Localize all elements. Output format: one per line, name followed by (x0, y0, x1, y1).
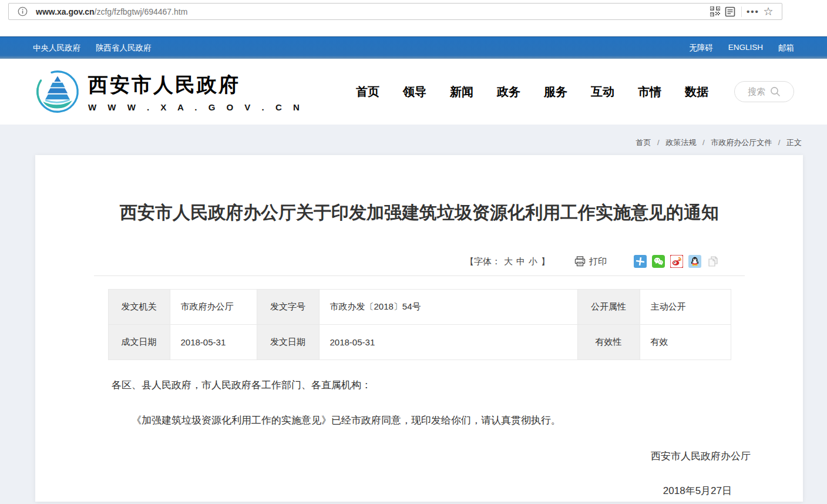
printer-icon (574, 256, 586, 267)
breadcrumb-policies[interactable]: 政策法规 (665, 138, 696, 147)
toolbar-separator (741, 6, 742, 17)
more-icon[interactable]: ••• (745, 4, 761, 19)
site-brand: 西安市人民政府 W W W . X A . G O V . C N (88, 72, 304, 112)
meta-value-publicity: 主动公开 (640, 290, 731, 325)
favorite-star-icon[interactable]: ☆ (761, 4, 776, 19)
site-title: 西安市人民政府 (88, 72, 304, 99)
article-signature: 西安市人民政府办公厅 (112, 449, 751, 463)
article-paragraph-main: 《加强建筑垃圾资源化利用工作的实施意见》已经市政府同意，现印发给你们，请认真贯彻… (112, 414, 727, 427)
meta-label-publicity: 公开属性 (577, 290, 640, 325)
document-meta-table: 发文机关 市政府办公厅 发文字号 市政办发〔2018〕54号 公开属性 主动公开… (108, 289, 731, 360)
qq-icon[interactable] (688, 255, 701, 268)
url-text[interactable]: www.xa.gov.cn/zcfg/fzfbgtwj/694467.htm (36, 7, 707, 16)
link-shaanxi-gov[interactable]: 陕西省人民政府 (96, 43, 152, 53)
site-header: 西安市人民政府 W W W . X A . G O V . C N 首页 领导 … (0, 59, 827, 125)
weibo-icon[interactable] (670, 255, 683, 268)
link-accessibility[interactable]: 无障碍 (689, 43, 713, 53)
print-label: 打印 (589, 256, 607, 267)
print-button[interactable]: 打印 (574, 256, 607, 267)
share-plus-icon[interactable] (634, 255, 647, 268)
breadcrumb-office-docs[interactable]: 市政府办公厅文件 (711, 138, 772, 147)
meta-value-written-date: 2018-05-31 (170, 325, 257, 360)
copy-link-icon[interactable] (707, 255, 720, 268)
reading-view-icon[interactable] (722, 4, 738, 19)
document-card: 西安市人民政府办公厅关于印发加强建筑垃圾资源化利用工作实施意见的通知 【字体： … (35, 155, 803, 502)
browser-chrome: www.xa.gov.cn/zcfg/fzfbgtwj/694467.htm •… (0, 0, 827, 36)
font-size-large-button[interactable]: 大 (504, 256, 513, 267)
meta-label-written-date: 成文日期 (108, 325, 170, 360)
search-box[interactable]: 搜索 (734, 81, 794, 102)
nav-city-info[interactable]: 市情 (638, 84, 661, 100)
page-area: 首页 / 政策法规 / 市政府办公厅文件 / 正文 西安市人民政府办公厅关于印发… (0, 125, 827, 504)
topbar-right-links: 无障碍 ENGLISH 邮箱 (689, 43, 794, 53)
meta-label-issuing-agency: 发文机关 (108, 290, 170, 325)
meta-value-doc-number: 市政办发〔2018〕54号 (319, 290, 577, 325)
document-title: 西安市人民政府办公厅关于印发加强建筑垃圾资源化利用工作实施意见的通知 (94, 155, 745, 224)
meta-row-1: 发文机关 市政府办公厅 发文字号 市政办发〔2018〕54号 公开属性 主动公开 (108, 290, 731, 325)
font-size-widget: 【字体： 大 中 小 】 (465, 256, 550, 267)
breadcrumb-current: 正文 (786, 138, 802, 147)
meta-label-doc-number: 发文字号 (257, 290, 319, 325)
meta-value-issuing-agency: 市政府办公厅 (170, 290, 257, 325)
nav-data[interactable]: 数据 (685, 84, 708, 100)
font-size-medium-button[interactable]: 中 (516, 256, 525, 267)
link-central-gov[interactable]: 中央人民政府 (33, 43, 80, 53)
topbar-left-links: 中央人民政府 陕西省人民政府 (33, 43, 152, 53)
article-date: 2018年5月27日 (112, 484, 732, 498)
font-size-small-button[interactable]: 小 (529, 256, 537, 267)
main-nav: 首页 领导 新闻 政务 服务 互动 市情 数据 (356, 84, 708, 100)
nav-interaction[interactable]: 互动 (591, 84, 614, 100)
search-icon (770, 86, 781, 97)
breadcrumb-separator: / (778, 138, 781, 147)
article-toolbar: 【字体： 大 中 小 】 打印 (94, 255, 720, 268)
toolbar-divider (94, 275, 745, 276)
nav-services[interactable]: 服务 (544, 84, 567, 100)
gov-topbar: 中央人民政府 陕西省人民政府 无障碍 ENGLISH 邮箱 (0, 36, 827, 59)
breadcrumb-home[interactable]: 首页 (636, 138, 651, 147)
search-placeholder: 搜索 (748, 86, 765, 98)
breadcrumb: 首页 / 政策法规 / 市政府办公厅文件 / 正文 (0, 125, 827, 155)
nav-news[interactable]: 新闻 (450, 84, 473, 100)
meta-row-2: 成文日期 2018-05-31 发文日期 2018-05-31 有效性 有效 (108, 325, 731, 360)
meta-label-validity: 有效性 (577, 325, 640, 360)
info-icon[interactable] (15, 4, 30, 19)
breadcrumb-separator: / (702, 138, 705, 147)
url-domain: www.xa.gov.cn (36, 7, 95, 16)
font-size-suffix: 】 (541, 256, 550, 267)
meta-label-issue-date: 发文日期 (257, 325, 319, 360)
wechat-icon[interactable] (652, 255, 665, 268)
nav-leaders[interactable]: 领导 (403, 84, 426, 100)
nav-government[interactable]: 政务 (497, 84, 520, 100)
address-bar[interactable]: www.xa.gov.cn/zcfg/fzfbgtwj/694467.htm •… (8, 3, 782, 20)
article-paragraph-salutation: 各区、县人民政府，市人民政府各工作部门、各直属机构： (112, 378, 727, 392)
article-body: 各区、县人民政府，市人民政府各工作部门、各直属机构： 《加强建筑垃圾资源化利用工… (94, 378, 745, 498)
qr-code-icon[interactable] (707, 4, 722, 19)
nav-home[interactable]: 首页 (356, 84, 379, 100)
breadcrumb-separator: / (657, 138, 660, 147)
meta-value-validity: 有效 (640, 325, 731, 360)
xian-gov-logo-icon[interactable] (35, 69, 80, 114)
url-path: /zcfg/fzfbgtwj/694467.htm (95, 7, 188, 16)
meta-value-issue-date: 2018-05-31 (319, 325, 577, 360)
font-size-prefix: 【字体： (465, 256, 500, 267)
link-mailbox[interactable]: 邮箱 (778, 43, 794, 53)
share-buttons (634, 255, 720, 268)
site-url-text: W W W . X A . G O V . C N (88, 102, 304, 112)
link-english[interactable]: ENGLISH (728, 43, 763, 53)
